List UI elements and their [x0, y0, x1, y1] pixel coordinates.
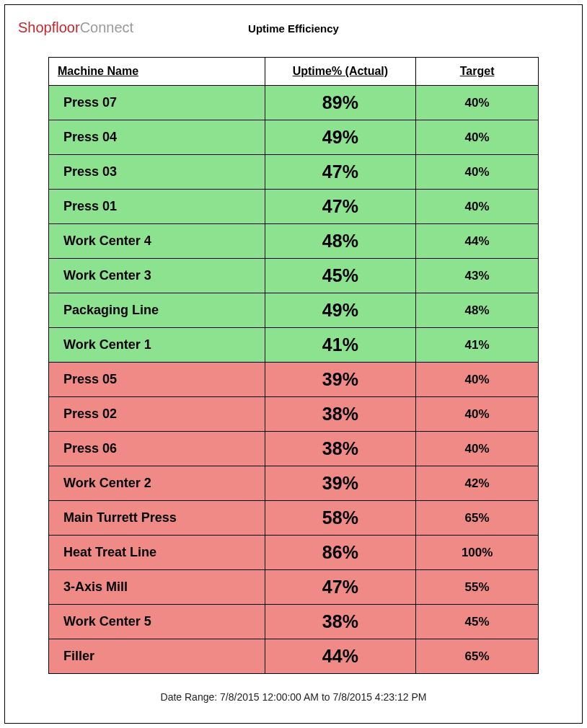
cell-machine: Press 05 [49, 363, 265, 397]
table-row: Press 0147%40% [49, 190, 539, 224]
cell-machine: Press 03 [49, 155, 265, 190]
cell-target: 43% [416, 259, 539, 293]
cell-actual: 58% [265, 501, 416, 536]
cell-machine: Work Center 4 [49, 224, 265, 259]
cell-actual: 39% [265, 363, 416, 397]
col-header-machine: Machine Name [49, 58, 265, 86]
cell-target: 45% [416, 605, 539, 639]
cell-target: 40% [416, 120, 539, 155]
cell-target: 55% [416, 570, 539, 605]
cell-target: 40% [416, 363, 539, 397]
cell-actual: 41% [265, 328, 416, 363]
cell-actual: 48% [265, 224, 416, 259]
cell-machine: Work Center 1 [49, 328, 265, 363]
cell-actual: 49% [265, 293, 416, 328]
table-row: Packaging Line49%48% [49, 293, 539, 328]
cell-target: 40% [416, 155, 539, 190]
cell-machine: Press 02 [49, 397, 265, 432]
table-row: Press 0347%40% [49, 155, 539, 190]
cell-machine: Press 04 [49, 120, 265, 155]
cell-target: 40% [416, 86, 539, 120]
cell-actual: 38% [265, 432, 416, 466]
table-row: Work Center 345%43% [49, 259, 539, 293]
cell-actual: 45% [265, 259, 416, 293]
logo-part-2: Connect [80, 19, 134, 35]
cell-actual: 86% [265, 536, 416, 570]
table-row: Work Center 141%41% [49, 328, 539, 363]
cell-machine: Press 07 [49, 86, 265, 120]
table-row: Press 0789%40% [49, 86, 539, 120]
date-range-footer: Date Range: 7/8/2015 12:00:00 AM to 7/8/… [27, 691, 560, 703]
cell-target: 65% [416, 639, 539, 674]
report-header: ShopfloorConnect Uptime Efficiency [27, 21, 560, 50]
cell-actual: 47% [265, 155, 416, 190]
cell-machine: Press 06 [49, 432, 265, 466]
cell-target: 40% [416, 432, 539, 466]
cell-actual: 38% [265, 397, 416, 432]
table-row: Work Center 538%45% [49, 605, 539, 639]
logo-part-1: Shopfloor [18, 19, 80, 35]
cell-target: 48% [416, 293, 539, 328]
table-row: Main Turrett Press58%65% [49, 501, 539, 536]
cell-target: 40% [416, 397, 539, 432]
cell-actual: 38% [265, 605, 416, 639]
cell-machine: Packaging Line [49, 293, 265, 328]
table-row: Press 0638%40% [49, 432, 539, 466]
cell-actual: 47% [265, 190, 416, 224]
table-row: Press 0449%40% [49, 120, 539, 155]
cell-machine: Work Center 5 [49, 605, 265, 639]
cell-target: 65% [416, 501, 539, 536]
table-row: Press 0539%40% [49, 363, 539, 397]
cell-actual: 89% [265, 86, 416, 120]
col-header-target: Target [416, 58, 539, 86]
cell-target: 100% [416, 536, 539, 570]
cell-machine: Filler [49, 639, 265, 674]
table-row: Filler44%65% [49, 639, 539, 674]
cell-target: 41% [416, 328, 539, 363]
table-row: Work Center 239%42% [49, 466, 539, 501]
uptime-table: Machine Name Uptime% (Actual) Target Pre… [48, 57, 539, 674]
table-row: Press 0238%40% [49, 397, 539, 432]
table-row: Work Center 448%44% [49, 224, 539, 259]
report-title: Uptime Efficiency [248, 22, 339, 35]
cell-target: 44% [416, 224, 539, 259]
table-row: Heat Treat Line86%100% [49, 536, 539, 570]
cell-actual: 44% [265, 639, 416, 674]
table-body: Press 0789%40%Press 0449%40%Press 0347%4… [49, 86, 539, 674]
cell-target: 42% [416, 466, 539, 501]
cell-machine: 3-Axis Mill [49, 570, 265, 605]
cell-machine: Work Center 3 [49, 259, 265, 293]
cell-machine: Main Turrett Press [49, 501, 265, 536]
cell-machine: Heat Treat Line [49, 536, 265, 570]
cell-actual: 47% [265, 570, 416, 605]
report-page: ShopfloorConnect Uptime Efficiency Machi… [4, 4, 583, 724]
cell-machine: Press 01 [49, 190, 265, 224]
cell-actual: 39% [265, 466, 416, 501]
table-row: 3-Axis Mill47%55% [49, 570, 539, 605]
table-header-row: Machine Name Uptime% (Actual) Target [49, 58, 539, 86]
logo: ShopfloorConnect [18, 19, 133, 36]
cell-machine: Work Center 2 [49, 466, 265, 501]
col-header-actual: Uptime% (Actual) [265, 58, 416, 86]
cell-actual: 49% [265, 120, 416, 155]
cell-target: 40% [416, 190, 539, 224]
